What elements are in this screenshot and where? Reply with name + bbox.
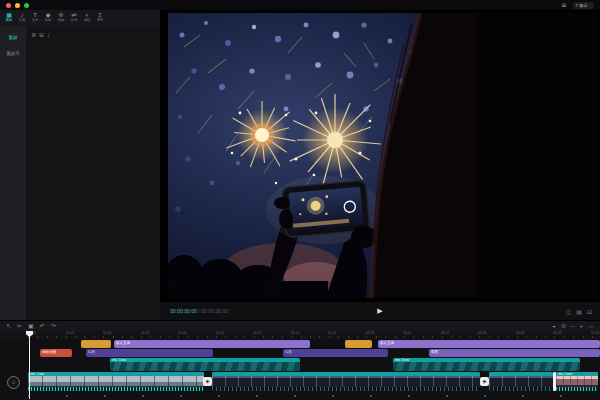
- media-view-tool-icon[interactable]: ≣: [31, 32, 36, 52]
- timeline-tool-icon[interactable]: ⊙: [561, 322, 566, 331]
- track-main-video: img_1.png img_5.png: [0, 372, 600, 391]
- timeline-clip[interactable]: img_5.png: [556, 372, 598, 391]
- timeline-clip[interactable]: [81, 340, 111, 348]
- preview-view-icon[interactable]: ▤: [576, 308, 582, 315]
- ribbon-item-label: 特效: [58, 19, 65, 22]
- timeline-tool-icon[interactable]: −: [571, 322, 575, 331]
- timeline-tool-icon[interactable]: ↖: [6, 322, 11, 331]
- timeline-clip[interactable]: 氛围: [429, 349, 600, 357]
- track-text: 默认文本 默认文本: [0, 340, 600, 348]
- clip-label: 特效: [88, 349, 95, 354]
- media-grid-area: ≣ ⊞ ↕: [26, 26, 160, 320]
- transition-marker[interactable]: ◈: [480, 377, 489, 386]
- timeline-tool-icon[interactable]: ▣: [28, 322, 34, 331]
- timeline-tool-icon[interactable]: +: [579, 322, 583, 331]
- timeline-tools-left: ↖✂▣↶↷: [6, 322, 56, 331]
- media-rail-tab[interactable]: 素材库: [6, 51, 20, 56]
- media-panel: ▦ 媒体 ♪ 音频 T 文本 ◆ 贴纸: [0, 10, 160, 320]
- preview-view-controls: ◫ ▤ ⊡: [566, 308, 592, 315]
- left-thumb: [279, 209, 293, 229]
- ruler-label: 00:30: [591, 331, 599, 335]
- ribbon-item[interactable]: ♪ 音频: [16, 12, 28, 24]
- ruler-label: 00:28: [553, 331, 561, 335]
- layout-icon[interactable]: ⊞: [561, 2, 566, 8]
- clip-label: img_4.png: [395, 358, 409, 362]
- timecode-separator: /: [198, 308, 199, 313]
- timeline-clip[interactable]: 默认文本: [114, 340, 310, 348]
- titlebar: ⊞ ↑ 导出: [0, 0, 600, 10]
- preview-view-icon[interactable]: ⊡: [587, 308, 592, 315]
- track-audio-beats[interactable]: [28, 395, 598, 397]
- timecode-current: 00:00:00:00: [170, 308, 197, 313]
- timeline-clip[interactable]: [345, 340, 372, 348]
- media-view-tools: ≣ ⊞ ↕: [29, 29, 61, 52]
- timeline-clip[interactable]: [212, 372, 480, 391]
- firework-core-left: [255, 128, 269, 142]
- ruler-label: 00:16: [328, 331, 336, 335]
- clip-label: img_2.png: [112, 358, 126, 362]
- timeline-clip[interactable]: 默认文本: [378, 340, 600, 348]
- media-panel-body: 素材 素材库 ≣ ⊞ ↕: [0, 26, 160, 320]
- clip-label: 贴纸动画: [42, 349, 56, 354]
- timeline-tool-icon[interactable]: ↔: [588, 322, 594, 331]
- ruler-label: 00:14: [291, 331, 299, 335]
- timeline-clip[interactable]: 特效: [86, 349, 213, 357]
- clip-label: img_1.png: [30, 372, 44, 376]
- clip-label: img_5.png: [558, 372, 572, 376]
- ribbon-item-label: 媒体: [6, 19, 13, 22]
- export-button[interactable]: ↑ 导出: [573, 2, 595, 9]
- timeline-tool-icon[interactable]: ↷: [51, 322, 56, 331]
- media-view-tool-icon[interactable]: ↕: [47, 32, 50, 52]
- transport-bar: 00:00:00:00 / 00:00:30:00 ▶ ◫ ▤ ⊡: [160, 302, 600, 320]
- timeline-clip[interactable]: 特效: [283, 349, 388, 357]
- window-controls: [6, 3, 29, 8]
- clip-label: 氛围: [431, 349, 438, 354]
- minimize-button[interactable]: [15, 3, 20, 8]
- timeline-toolbar: ↖✂▣↶↷ ◒⊙−+↔: [0, 321, 600, 331]
- ribbon-item[interactable]: T 文本: [29, 12, 41, 24]
- timeline-tools-right: ◒⊙−+↔: [552, 322, 594, 331]
- timeline-clip[interactable]: 贴纸动画: [40, 349, 72, 357]
- export-label: 导出: [579, 3, 587, 8]
- ruler-label: 00:04: [103, 331, 111, 335]
- preview-video-frame[interactable]: [168, 13, 597, 298]
- ruler-label: 00:26: [516, 331, 524, 335]
- mute-original-audio-icon[interactable]: ♪: [7, 376, 20, 389]
- clip-label: 默认文本: [380, 340, 394, 345]
- preview-view-icon[interactable]: ◫: [566, 308, 572, 315]
- transition-marker[interactable]: ◈: [203, 377, 212, 386]
- ribbon-item-label: 音频: [19, 19, 26, 22]
- timeline-clip[interactable]: img_1.png: [28, 372, 204, 391]
- ruler-label: 00:08: [178, 331, 186, 335]
- ribbon-item[interactable]: ≡ 调节: [94, 12, 106, 24]
- ribbon-item[interactable]: ⊛ 特效: [55, 12, 67, 24]
- ruler-label: 00:12: [253, 331, 261, 335]
- timeline-ruler[interactable]: 00:0000:0200:0400:0600:0800:1000:1200:14…: [0, 331, 600, 339]
- timeline-tool-icon[interactable]: ↶: [40, 322, 45, 331]
- zoom-button[interactable]: [24, 3, 29, 8]
- ruler-label: 00:18: [366, 331, 374, 335]
- timecode-total: 00:00:30:00: [201, 308, 228, 313]
- ribbon-item[interactable]: ◐ 滤镜: [81, 12, 93, 24]
- timeline-tracks: 默认文本 默认文本 贴纸动画: [0, 339, 600, 400]
- shadow-overlay: [478, 13, 597, 298]
- ribbon-item-label: 贴纸: [45, 19, 52, 22]
- ruler-label: 00:24: [478, 331, 486, 335]
- timeline-clip[interactable]: img_4.png: [393, 358, 580, 371]
- ribbon-item[interactable]: ◆ 贴纸: [42, 12, 54, 24]
- media-view-tool-icon[interactable]: ⊞: [39, 32, 44, 52]
- titlebar-right: ⊞ ↑ 导出: [561, 2, 594, 9]
- ribbon-item[interactable]: ⇄ 转场: [68, 12, 80, 24]
- close-button[interactable]: [6, 3, 11, 8]
- timecode: 00:00:00:00 / 00:00:30:00: [170, 308, 228, 313]
- ruler-label: 00:22: [441, 331, 449, 335]
- timeline-clip[interactable]: img_2.png: [110, 358, 300, 371]
- clip-trim-handle[interactable]: [553, 372, 556, 391]
- media-rail-tab[interactable]: 素材: [9, 35, 18, 40]
- ribbon-item[interactable]: ▦ 媒体: [3, 12, 15, 24]
- timeline-tool-icon[interactable]: ✂: [17, 322, 22, 331]
- timeline-tool-icon[interactable]: ◒: [552, 322, 556, 331]
- playhead-line: [29, 331, 30, 399]
- timeline-clip[interactable]: [489, 372, 553, 391]
- play-button[interactable]: ▶: [377, 302, 382, 320]
